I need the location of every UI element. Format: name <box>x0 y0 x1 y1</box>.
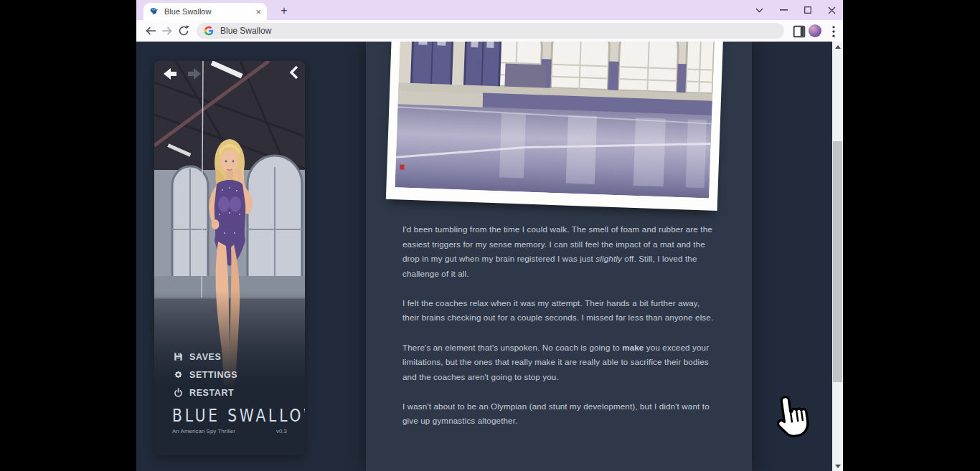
scrollbar[interactable] <box>832 42 843 471</box>
power-icon <box>174 388 183 397</box>
story-paragraph: I'd been tumbling from the time I could … <box>402 222 714 281</box>
game-tagline: An American Spy Thriller <box>172 428 235 434</box>
menu-item-saves[interactable]: SAVES <box>174 348 237 366</box>
history-back-icon[interactable] <box>161 67 179 81</box>
story-column: I'd been tumbling from the time I could … <box>366 42 752 471</box>
tab-title: Blue Swallow <box>164 7 250 16</box>
minimize-button[interactable] <box>773 0 794 20</box>
back-icon[interactable] <box>144 24 157 37</box>
scrollbar-thumb[interactable] <box>833 141 842 382</box>
game-menu: SAVES SETTINGS RESTART <box>174 348 237 401</box>
close-window-button[interactable] <box>821 0 842 20</box>
kebab-menu-icon[interactable] <box>827 25 840 38</box>
story-paragraph: There's an element that's unspoken. No c… <box>402 341 714 385</box>
side-panel-icon[interactable] <box>793 25 806 38</box>
character-panel: SAVES SETTINGS RESTART <box>154 61 305 455</box>
scroll-down-icon[interactable] <box>832 461 843 471</box>
menu-item-settings[interactable]: SETTINGS <box>174 366 237 384</box>
tab-close-icon[interactable]: × <box>255 7 261 16</box>
tab-search-icon[interactable] <box>748 0 770 20</box>
maximize-button[interactable] <box>797 0 819 20</box>
browser-tab[interactable]: Blue Swallow × <box>143 3 267 20</box>
forward-icon[interactable] <box>161 24 174 37</box>
menu-item-label: SETTINGS <box>189 370 237 380</box>
story-paragraph: I wasn't about to be an Olympian (and st… <box>402 399 714 429</box>
screen: Blue Swallow × + <box>0 0 980 471</box>
browser-window: Blue Swallow × + <box>136 0 843 471</box>
menu-item-restart[interactable]: RESTART <box>174 384 237 401</box>
collapse-chevron-left-icon[interactable] <box>286 65 303 80</box>
game-version: v0.3 <box>276 428 287 434</box>
new-tab-button[interactable]: + <box>277 4 291 18</box>
save-icon <box>174 352 183 361</box>
history-forward-icon[interactable] <box>186 67 203 81</box>
menu-item-label: SAVES <box>189 352 221 362</box>
game-logo: BLUE SWALLOW <box>172 406 283 426</box>
scene-photo <box>386 42 725 211</box>
story-paragraph: I felt the coaches relax when it was my … <box>402 296 714 325</box>
address-bar[interactable]: Blue Swallow <box>197 23 784 39</box>
browser-titlebar: Blue Swallow × + <box>136 0 843 20</box>
reload-icon[interactable] <box>177 24 190 37</box>
profile-avatar[interactable] <box>809 24 821 37</box>
swallow-favicon-icon <box>149 6 159 16</box>
browser-toolbar: Blue Swallow <box>136 20 843 42</box>
game-logo-block: BLUE SWALLOW An American Spy Thriller v0… <box>172 406 287 434</box>
address-text: Blue Swallow <box>220 26 271 36</box>
menu-item-label: RESTART <box>189 388 234 398</box>
game-page: SAVES SETTINGS RESTART <box>136 42 843 471</box>
scroll-up-icon[interactable] <box>832 42 843 52</box>
hand-cursor-icon <box>771 391 816 449</box>
gymnasium-image <box>395 42 715 199</box>
google-icon <box>204 26 214 36</box>
gear-icon <box>174 370 183 379</box>
story-text: I'd been tumbling from the time I could … <box>402 222 714 444</box>
